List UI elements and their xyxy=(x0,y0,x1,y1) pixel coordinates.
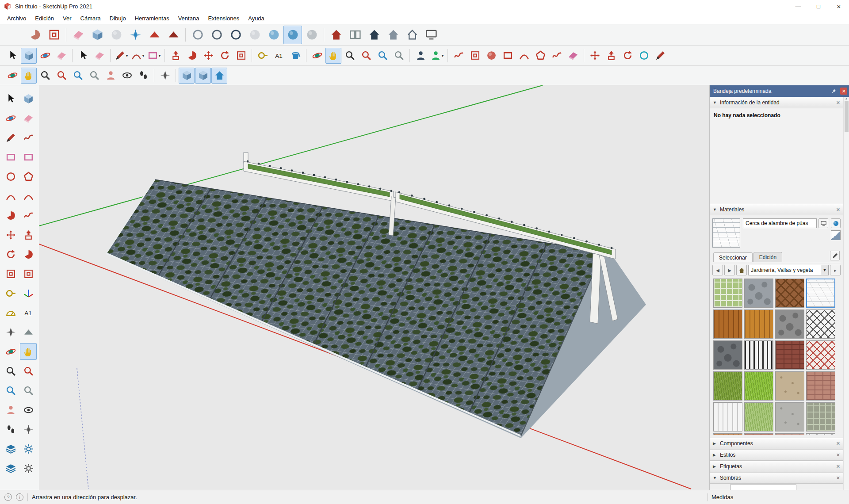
house-outline-tool[interactable] xyxy=(403,26,421,44)
position-camera-tool[interactable] xyxy=(413,48,428,64)
lt-orbit-tool[interactable] xyxy=(2,343,19,360)
tab-edicion[interactable]: Edición xyxy=(753,252,782,262)
material-swatch[interactable] xyxy=(806,309,835,339)
lt-axes-tool[interactable] xyxy=(20,285,37,302)
section-close-icon[interactable]: ✕ xyxy=(836,441,840,447)
nav-walk-tool[interactable] xyxy=(135,68,151,84)
expand-arrow-icon[interactable]: ▶ xyxy=(713,453,717,457)
extra-draw-tool[interactable] xyxy=(652,48,668,64)
lt-pie-tool[interactable] xyxy=(2,207,19,224)
material-swatch[interactable] xyxy=(775,279,804,308)
face-style-monochrome[interactable] xyxy=(302,26,321,44)
lt-dimension-tool[interactable] xyxy=(2,324,19,340)
scrollbar-thumb[interactable] xyxy=(845,101,849,132)
offset-tool[interactable] xyxy=(233,48,249,64)
lt-zoom-extents-tool[interactable] xyxy=(2,382,19,399)
lt-gnomon-tool[interactable] xyxy=(20,324,37,340)
lt-rectangle-tool[interactable] xyxy=(2,149,19,165)
scroll-up-icon[interactable]: ▲ xyxy=(845,97,848,100)
collapse-arrow-icon[interactable]: ▼ xyxy=(713,207,717,212)
lt-arc-tool[interactable] xyxy=(2,187,19,204)
collapse-arrow-icon[interactable]: ▼ xyxy=(713,100,717,105)
home-dark-tool[interactable] xyxy=(365,26,383,44)
material-swatch[interactable] xyxy=(806,371,835,401)
follow-me-tool[interactable] xyxy=(184,48,200,64)
lt-polygon-tool[interactable] xyxy=(20,168,37,185)
material-swatch[interactable] xyxy=(775,402,804,431)
collection-dropdown[interactable]: Jardinería, Vallas y vegeta ▼ xyxy=(748,265,829,275)
axes-display-tool[interactable] xyxy=(157,68,173,84)
tab-seleccionar[interactable]: Seleccionar xyxy=(713,252,753,262)
lt-protractor-tool[interactable] xyxy=(2,304,19,321)
plugin-eraser-tool[interactable] xyxy=(69,26,88,44)
lt-follow-me-tool[interactable] xyxy=(20,246,37,263)
section-header-estilos[interactable]: ▶ Estilos ✕ xyxy=(710,449,843,461)
lt-walk-tool[interactable] xyxy=(2,421,19,438)
lt-select-tool[interactable] xyxy=(2,90,19,107)
plugin-rose-tool[interactable] xyxy=(26,26,44,44)
drape-tool[interactable] xyxy=(516,48,532,64)
push-pull-tool[interactable] xyxy=(168,48,184,64)
top-view-button[interactable] xyxy=(195,68,211,84)
section-header-sombras[interactable]: ▼ Sombras ✕ xyxy=(710,472,843,484)
shadows-field-partial[interactable] xyxy=(730,485,796,490)
face-style-wireframe[interactable] xyxy=(226,26,245,44)
lt-component-tool[interactable] xyxy=(20,90,37,107)
material-swatch[interactable] xyxy=(713,279,742,308)
section-close-icon[interactable]: ✕ xyxy=(836,452,840,458)
material-swatch[interactable] xyxy=(775,371,804,401)
create-material-button[interactable] xyxy=(831,218,841,228)
lt-rotated-rectangle-tool[interactable] xyxy=(20,149,37,165)
menu-ventana[interactable]: Ventana xyxy=(174,13,204,23)
flip-edge-tool[interactable] xyxy=(549,48,565,64)
3d-viewport[interactable] xyxy=(39,85,709,490)
section-close-icon[interactable]: ✕ xyxy=(836,475,840,481)
add-detail-tool[interactable] xyxy=(532,48,548,64)
menu-herramientas[interactable]: Herramientas xyxy=(130,13,174,23)
sandbox-contours-tool[interactable] xyxy=(451,48,467,64)
material-swatch[interactable] xyxy=(775,340,804,370)
menu-ayuda[interactable]: Ayuda xyxy=(244,13,269,23)
section-header-componentes[interactable]: ▶ Componentes ✕ xyxy=(710,438,843,449)
components-book-tool[interactable] xyxy=(346,26,364,44)
help-icon[interactable]: ? xyxy=(4,493,12,501)
in-model-button[interactable] xyxy=(736,265,747,275)
arc-tool[interactable]: ▾ xyxy=(130,48,145,64)
material-swatch[interactable] xyxy=(775,309,804,339)
maximize-button[interactable]: □ xyxy=(808,0,829,12)
nav-pan-tool[interactable] xyxy=(21,68,37,84)
material-swatch[interactable] xyxy=(713,371,742,401)
material-swatch[interactable] xyxy=(744,433,773,435)
previous-view-tool[interactable] xyxy=(391,48,407,64)
material-swatch[interactable] xyxy=(744,279,773,308)
rotate-tool[interactable] xyxy=(217,48,233,64)
plugin-map-tool[interactable] xyxy=(126,26,145,44)
lt-layers-tool[interactable] xyxy=(2,460,19,477)
lt-tape-measure-tool[interactable] xyxy=(2,285,19,302)
expand-arrow-icon[interactable]: ▶ xyxy=(713,441,717,446)
rotate-copy-tool[interactable] xyxy=(620,48,635,64)
lt-compass-tool[interactable] xyxy=(20,421,37,438)
material-swatch[interactable] xyxy=(775,433,804,435)
face-style-xray[interactable] xyxy=(188,26,207,44)
plugin-teapot-tool[interactable] xyxy=(107,26,126,44)
stamp-tool[interactable] xyxy=(500,48,516,64)
face-style-shaded[interactable] xyxy=(264,26,283,44)
smoove-tool[interactable] xyxy=(483,48,499,64)
sandbox-scratch-tool[interactable] xyxy=(467,48,483,64)
lt-scale-tool[interactable] xyxy=(20,265,37,282)
lt-previous-view-tool[interactable] xyxy=(20,382,37,399)
material-swatch[interactable] xyxy=(744,402,773,431)
lt-move-tool[interactable] xyxy=(2,226,19,243)
paint-bucket-tool[interactable] xyxy=(287,48,303,64)
material-swatch[interactable] xyxy=(806,340,835,370)
material-swatch[interactable] xyxy=(806,279,835,308)
eraser-tool[interactable] xyxy=(54,48,69,64)
push-edge-tool[interactable] xyxy=(603,48,619,64)
material-swatch[interactable] xyxy=(713,433,742,435)
warehouse-tool[interactable] xyxy=(327,26,345,44)
menu-extensiones[interactable]: Extensiones xyxy=(203,13,244,23)
lt-look-around-tool[interactable] xyxy=(20,401,37,418)
text-tool[interactable] xyxy=(271,48,287,64)
torus-tool[interactable] xyxy=(636,48,652,64)
